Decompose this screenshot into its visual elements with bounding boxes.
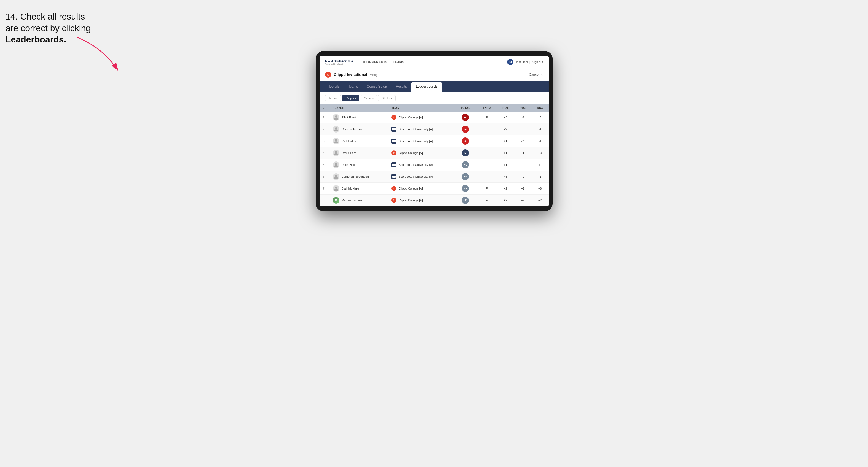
instruction-block: 14. Check all results are correct by cli… (5, 11, 863, 45)
filter-teams[interactable]: Teams (325, 95, 341, 101)
tournament-name: Clippd Invitational (334, 72, 367, 77)
col-rank: # (319, 104, 330, 112)
cell-rd2: E (514, 159, 531, 170)
score-badge: -2 (462, 137, 469, 145)
cell-total: +6 (454, 170, 476, 182)
cell-rd3: +3 (531, 147, 549, 159)
sign-out-link[interactable]: Sign out (532, 60, 543, 64)
cell-total: -2 (454, 135, 476, 147)
svg-point-3 (335, 139, 337, 141)
cell-rd3: -4 (531, 123, 549, 135)
cell-thru: F (476, 194, 497, 206)
team-logo-scoreboard (392, 162, 396, 167)
player-name: Rees Britt (342, 163, 355, 166)
cell-team: CClippd College [A] (388, 112, 454, 123)
cell-rd1: +2 (497, 182, 514, 194)
svg-point-5 (335, 163, 337, 165)
cell-total: -4 (454, 123, 476, 135)
cell-player: MMarcus Turners (330, 194, 388, 206)
tab-bar: Details Teams Course Setup Results Leade… (319, 81, 549, 92)
cell-total: +9 (454, 182, 476, 194)
player-name: Cameron Robertson (342, 175, 369, 178)
nav-teams[interactable]: TEAMS (392, 59, 405, 65)
cell-rd3: E (531, 159, 549, 170)
score-badge: -4 (462, 126, 469, 133)
player-avatar (333, 114, 339, 121)
cell-thru: F (476, 147, 497, 159)
table-row: 6Cameron RobertsonScoreboard University … (319, 170, 549, 182)
team-logo-scoreboard (392, 174, 396, 179)
cell-thru: F (476, 135, 497, 147)
svg-point-7 (335, 187, 337, 189)
cell-team: Scoreboard University [A] (388, 123, 454, 135)
cell-rd2: -4 (514, 147, 531, 159)
svg-point-4 (335, 151, 337, 153)
score-badge: +11 (462, 197, 469, 204)
svg-point-2 (335, 127, 337, 129)
logo-area: SCOREBOARD Powered by clippd (325, 59, 354, 65)
cell-rd3: +6 (531, 182, 549, 194)
table-row: 1Elliot EbertCClippd College [A]-8F+3-6-… (319, 112, 549, 123)
table-row: 3Rich ButlerScoreboard University [A]-2F… (319, 135, 549, 147)
cell-total: E (454, 147, 476, 159)
cell-team: Scoreboard University [A] (388, 170, 454, 182)
team-name: Clippd College [A] (399, 187, 423, 190)
cell-team: Scoreboard University [A] (388, 135, 454, 147)
cell-rd3: -1 (531, 135, 549, 147)
cell-rd3: +2 (531, 194, 549, 206)
cell-team: CClippd College [A] (388, 194, 454, 206)
table-row: 2Chris RobertsonScoreboard University [A… (319, 123, 549, 135)
cell-thru: F (476, 123, 497, 135)
tab-leaderboards[interactable]: Leaderboards (411, 82, 442, 92)
cell-player: Blair McHarg (330, 182, 388, 194)
player-name: David Ford (342, 151, 356, 155)
cell-rank: 7 (319, 182, 330, 194)
player-avatar (333, 138, 339, 144)
cell-rank: 1 (319, 112, 330, 123)
col-total: TOTAL (454, 104, 476, 112)
player-avatar (333, 126, 339, 132)
cell-rd1: +1 (497, 159, 514, 170)
cell-rd3: -5 (531, 112, 549, 123)
cell-rank: 3 (319, 135, 330, 147)
cell-team: Scoreboard University [A] (388, 159, 454, 170)
player-avatar: M (333, 197, 339, 204)
tab-teams[interactable]: Teams (344, 81, 362, 92)
cell-rank: 6 (319, 170, 330, 182)
tablet-screen: SCOREBOARD Powered by clippd TOURNAMENTS… (319, 56, 549, 206)
filter-scores[interactable]: Scores (361, 95, 377, 101)
cell-total: -8 (454, 112, 476, 123)
cell-rank: 5 (319, 159, 330, 170)
filter-strokes[interactable]: Strokes (378, 95, 396, 101)
filter-players[interactable]: Players (342, 95, 360, 101)
cell-player: Rees Britt (330, 159, 388, 170)
leaderboard-table: # PLAYER TEAM TOTAL THRU RD1 RD2 RD3 1El… (319, 104, 549, 206)
close-icon: ✕ (540, 73, 543, 76)
cell-rd2: +7 (514, 194, 531, 206)
player-avatar (333, 161, 339, 168)
team-name: Scoreboard University [A] (399, 128, 433, 131)
cell-rd2: -6 (514, 112, 531, 123)
tab-results[interactable]: Results (392, 81, 411, 92)
cell-thru: F (476, 112, 497, 123)
leaderboard-table-wrapper: # PLAYER TEAM TOTAL THRU RD1 RD2 RD3 1El… (319, 104, 549, 206)
instruction-line1: 14. Check all results (5, 11, 85, 22)
col-rd1: RD1 (497, 104, 514, 112)
tab-course-setup[interactable]: Course Setup (363, 81, 392, 92)
cell-team: CClippd College [A] (388, 182, 454, 194)
top-nav: SCOREBOARD Powered by clippd TOURNAMENTS… (319, 56, 549, 68)
player-name: Marcus Turners (342, 199, 363, 202)
score-badge: +9 (462, 185, 469, 192)
cancel-button[interactable]: Cancel ✕ (529, 73, 543, 76)
col-rd3: RD3 (531, 104, 549, 112)
cell-player: David Ford (330, 147, 388, 159)
tab-details[interactable]: Details (325, 81, 344, 92)
player-avatar (333, 185, 339, 192)
tournament-tag: (Men) (368, 73, 377, 77)
table-row: 7Blair McHargCClippd College [A]+9F+2+1+… (319, 182, 549, 194)
nav-tournaments[interactable]: TOURNAMENTS (362, 59, 388, 65)
player-avatar (333, 150, 339, 156)
player-name: Rich Butler (342, 139, 356, 143)
cell-rd2: +5 (514, 123, 531, 135)
cell-thru: F (476, 170, 497, 182)
